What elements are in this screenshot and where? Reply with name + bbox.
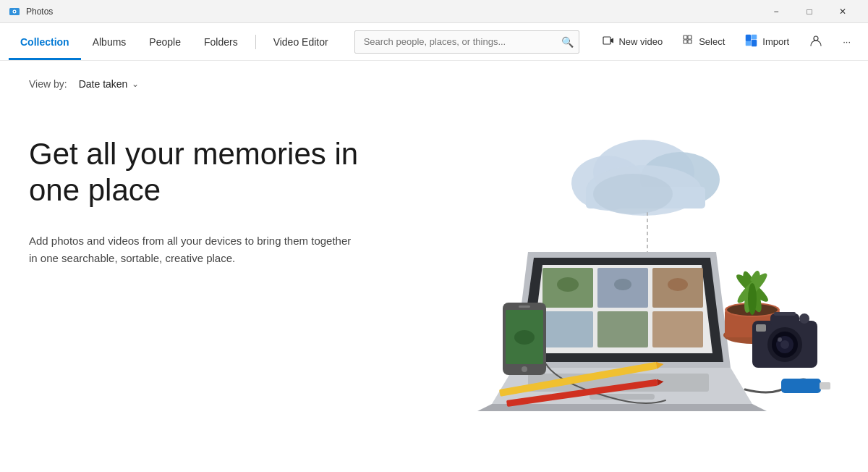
search-container: 🔍: [354, 30, 580, 54]
view-by-row: View by: Date taken ⌄: [29, 75, 839, 93]
hero-description: Add photos and videos from all your devi…: [29, 232, 362, 267]
svg-rect-3: [603, 37, 610, 44]
search-icon: 🔍: [561, 36, 574, 48]
view-by-value: Date taken: [79, 78, 128, 90]
tab-folders[interactable]: Folders: [192, 23, 250, 60]
view-by-label: View by:: [29, 78, 67, 90]
svg-point-29: [557, 277, 579, 292]
minimize-button[interactable]: −: [760, 0, 793, 23]
svg-marker-35: [477, 404, 767, 411]
tab-people[interactable]: People: [137, 23, 192, 60]
svg-point-30: [614, 279, 631, 290]
import-icon: [745, 34, 758, 50]
svg-point-58: [778, 337, 782, 342]
svg-point-12: [814, 36, 818, 41]
illustration-svg: [463, 122, 839, 426]
svg-rect-8: [746, 35, 751, 41]
svg-point-31: [668, 278, 688, 291]
chevron-down-icon: ⌄: [132, 79, 139, 89]
new-video-icon: [603, 35, 614, 49]
app-title: Photos: [26, 7, 53, 17]
hero-text: Get all your memories in one place Add p…: [29, 122, 376, 267]
svg-point-59: [799, 313, 809, 324]
nav-divider: [255, 35, 256, 49]
svg-point-57: [780, 340, 789, 349]
search-button[interactable]: 🔍: [558, 35, 576, 49]
cloud-group: [571, 140, 720, 266]
svg-rect-28: [652, 311, 703, 347]
view-by-dropdown[interactable]: Date taken ⌄: [73, 75, 145, 93]
close-button[interactable]: ✕: [826, 0, 859, 23]
svg-rect-61: [774, 312, 796, 316]
svg-rect-7: [688, 40, 692, 43]
svg-point-41: [522, 366, 527, 372]
import-button[interactable]: Import: [736, 30, 798, 54]
tab-collection[interactable]: Collection: [9, 23, 81, 60]
new-video-button[interactable]: New video: [594, 30, 671, 54]
svg-rect-37: [820, 382, 830, 389]
hero-section: Get all your memories in one place Add p…: [29, 122, 839, 458]
video-editor-tab[interactable]: Video Editor: [262, 23, 340, 60]
svg-rect-5: [688, 35, 692, 39]
svg-rect-9: [746, 41, 751, 46]
svg-rect-26: [542, 311, 593, 347]
svg-point-51: [748, 283, 757, 315]
tab-albums[interactable]: Albums: [81, 23, 138, 60]
main-content: View by: Date taken ⌄ Get all your memor…: [0, 61, 868, 472]
svg-point-40: [514, 330, 535, 345]
select-button[interactable]: Select: [674, 30, 733, 54]
nav-tabs: Collection Albums People Folders Video E…: [9, 23, 340, 60]
svg-rect-4: [684, 35, 687, 39]
svg-rect-10: [752, 35, 757, 39]
nav-actions: New video Select: [594, 30, 859, 54]
app-icon: [9, 6, 20, 17]
svg-rect-27: [597, 311, 648, 347]
maximize-button[interactable]: □: [793, 0, 826, 23]
select-icon: [683, 35, 694, 49]
svg-rect-6: [684, 40, 687, 43]
svg-rect-42: [519, 305, 530, 308]
search-input[interactable]: [354, 30, 580, 54]
phone-group: [503, 303, 546, 375]
svg-point-2: [14, 10, 15, 12]
account-button[interactable]: [801, 30, 831, 54]
svg-rect-60: [756, 324, 766, 332]
titlebar-controls: − □ ✕: [760, 0, 859, 23]
hero-illustration: [463, 122, 839, 426]
hero-headline: Get all your memories in one place: [29, 136, 376, 209]
svg-point-19: [593, 174, 673, 214]
account-icon: [809, 34, 822, 49]
svg-rect-11: [752, 40, 757, 46]
more-options-icon: ···: [843, 36, 851, 47]
titlebar: Photos − □ ✕: [0, 0, 868, 23]
titlebar-left: Photos: [9, 6, 53, 17]
navbar: Collection Albums People Folders Video E…: [0, 23, 868, 61]
more-options-button[interactable]: ···: [834, 30, 859, 54]
svg-rect-36: [781, 379, 821, 393]
